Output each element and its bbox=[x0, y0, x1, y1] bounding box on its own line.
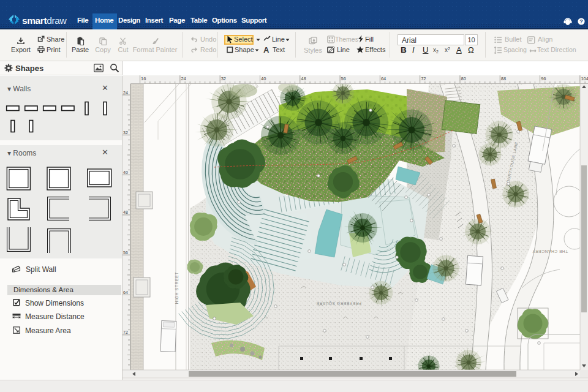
svg-text:72: 72 bbox=[123, 330, 128, 334]
svg-text:THE CHANCERY: THE CHANCERY bbox=[532, 249, 568, 254]
svg-text:64: 64 bbox=[123, 290, 128, 295]
svg-text:16: 16 bbox=[141, 76, 146, 81]
svg-text:HIGH STREET: HIGH STREET bbox=[175, 272, 179, 304]
svg-text:?: ? bbox=[579, 18, 583, 24]
svg-text:FREYBERG SQUARE: FREYBERG SQUARE bbox=[316, 301, 361, 306]
svg-text:48: 48 bbox=[123, 210, 128, 214]
svg-text:40: 40 bbox=[261, 76, 266, 81]
svg-text:48: 48 bbox=[301, 76, 306, 81]
svg-text:56: 56 bbox=[341, 76, 346, 81]
svg-text:96: 96 bbox=[541, 76, 546, 81]
svg-text:32: 32 bbox=[221, 76, 226, 81]
svg-text:72: 72 bbox=[421, 76, 426, 81]
svg-text:80: 80 bbox=[461, 76, 466, 81]
svg-text:32: 32 bbox=[123, 130, 128, 135]
svg-text:40: 40 bbox=[123, 170, 128, 175]
svg-text:56: 56 bbox=[123, 251, 128, 255]
svg-text:88: 88 bbox=[501, 76, 506, 81]
svg-text:64: 64 bbox=[381, 76, 386, 81]
svg-text:104: 104 bbox=[581, 76, 588, 81]
svg-text:24: 24 bbox=[181, 76, 186, 81]
svg-text:24: 24 bbox=[123, 91, 128, 95]
